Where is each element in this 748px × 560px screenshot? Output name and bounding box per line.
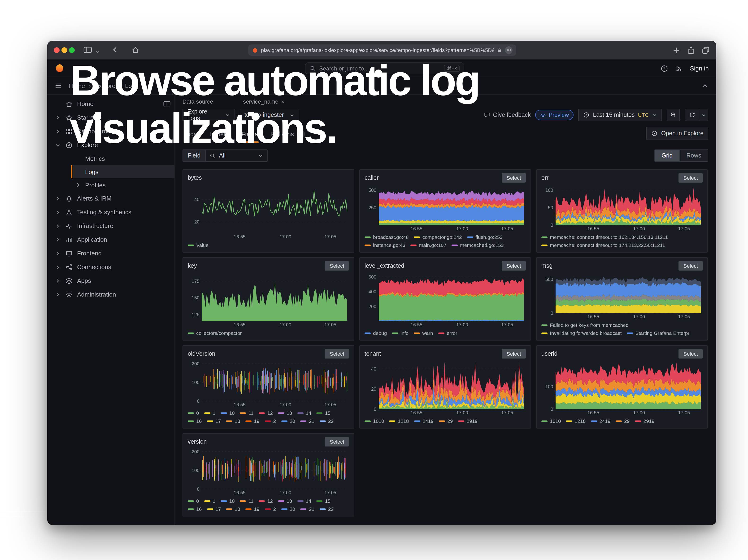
chevron-down-icon[interactable] <box>54 142 61 148</box>
sidebar-item-frontend[interactable]: Frontend <box>47 247 174 260</box>
legend-item[interactable]: 1010 <box>541 418 561 424</box>
legend-item[interactable]: 14 <box>297 410 311 416</box>
legend-item[interactable]: 17 <box>207 418 221 424</box>
more-options-icon[interactable]: ••• <box>505 46 513 54</box>
chevron-right-icon[interactable] <box>54 264 61 270</box>
panel-title[interactable]: msg <box>541 262 553 269</box>
legend-item[interactable]: 15 <box>317 410 330 416</box>
legend-item[interactable]: 2 <box>265 506 276 512</box>
legend-item[interactable]: 13 <box>278 410 292 416</box>
legend-item[interactable]: Failed to get keys from memcached <box>541 322 629 328</box>
panel-title[interactable]: err <box>541 174 549 181</box>
share-icon[interactable] <box>687 46 695 54</box>
panel-title[interactable]: level_extracted <box>365 262 404 269</box>
sidebar-item-logs[interactable]: Logs <box>71 165 174 178</box>
legend-item[interactable]: 16 <box>188 418 202 424</box>
legend-item[interactable]: 20 <box>281 506 295 512</box>
close-window-button[interactable] <box>54 47 60 53</box>
chevron-right-icon[interactable] <box>54 195 61 202</box>
refresh-interval-button[interactable] <box>699 109 708 121</box>
sidebar-item-connections[interactable]: Connections <box>47 260 174 274</box>
legend-item[interactable]: Value <box>188 242 209 248</box>
sign-in-link[interactable]: Sign in <box>690 65 709 72</box>
legend-item[interactable]: compactor.go:242 <box>414 234 462 240</box>
zoom-out-button[interactable] <box>667 109 680 121</box>
legend-item[interactable]: 2919 <box>458 418 478 424</box>
legend-item[interactable]: 10 <box>220 410 235 416</box>
panel-title[interactable]: tenant <box>365 350 381 357</box>
browser-home-icon[interactable] <box>132 46 139 54</box>
address-bar[interactable]: play.grafana.org/a/grafana-lokiexplore-a… <box>248 44 516 56</box>
refresh-button[interactable] <box>685 109 699 121</box>
panel-select-button[interactable]: Select <box>502 173 526 183</box>
hamburger-menu-icon[interactable] <box>54 82 62 89</box>
legend-item[interactable]: 10 <box>220 497 235 504</box>
panel-select-button[interactable]: Select <box>325 437 349 446</box>
legend-item[interactable]: memcache: connect timeout to 174.213.22.… <box>541 242 665 248</box>
legend-item[interactable]: debug <box>365 330 387 336</box>
legend-item[interactable]: 22 <box>320 418 333 424</box>
chevron-right-icon[interactable] <box>54 291 61 298</box>
legend-item[interactable]: 12 <box>259 410 273 416</box>
give-feedback-link[interactable]: Give feedback <box>484 112 531 118</box>
legend-item[interactable]: error <box>438 330 457 336</box>
sidebar-item-metrics[interactable]: Metrics <box>71 152 174 165</box>
legend-item[interactable]: 18 <box>226 418 240 424</box>
legend-item[interactable]: instance.go:43 <box>365 242 405 248</box>
chevron-right-icon[interactable] <box>54 223 61 229</box>
legend-item[interactable]: Starting Grafana Enterpri <box>627 330 691 336</box>
open-in-explore-button[interactable]: Open in Explore <box>647 127 708 140</box>
legend-item[interactable]: 14 <box>297 497 311 504</box>
grid-view-button[interactable]: Grid <box>655 150 679 161</box>
legend-item[interactable]: 13 <box>278 497 292 504</box>
legend-item[interactable]: 18 <box>226 506 240 512</box>
legend-item[interactable]: 2919 <box>635 418 655 424</box>
sidebar-item-administration[interactable]: Administration <box>47 287 174 301</box>
panel-title[interactable]: userid <box>541 350 558 357</box>
chevron-down-icon[interactable] <box>95 48 100 52</box>
panel-select-button[interactable]: Select <box>679 173 703 183</box>
panel-select-button[interactable]: Select <box>679 261 703 271</box>
legend-item[interactable]: 16 <box>188 506 202 512</box>
new-tab-icon[interactable] <box>672 46 680 54</box>
panel-title[interactable]: caller <box>365 174 379 181</box>
legend-item[interactable]: 17 <box>207 506 221 512</box>
legend-item[interactable]: 0 <box>188 410 199 416</box>
legend-item[interactable]: 21 <box>301 418 314 424</box>
legend-item[interactable]: Invalidating forwarded broadcast <box>541 330 622 336</box>
fullscreen-window-button[interactable] <box>69 47 75 53</box>
panel-title[interactable]: version <box>188 439 207 445</box>
legend-item[interactable]: 15 <box>317 497 330 504</box>
chevron-right-icon[interactable] <box>54 209 61 215</box>
minimize-window-button[interactable] <box>62 47 67 53</box>
sidebar-item-infrastructure[interactable]: Infrastructure <box>47 219 174 233</box>
legend-item[interactable]: 11 <box>240 497 254 504</box>
sidebar-item-testing-synthetics[interactable]: Testing & synthetics <box>47 205 174 219</box>
legend-item[interactable]: main.go:107 <box>411 242 447 248</box>
rss-icon[interactable] <box>675 65 683 72</box>
legend-item[interactable]: 12 <box>259 497 273 504</box>
legend-item[interactable]: 1218 <box>389 418 409 424</box>
back-icon[interactable] <box>111 46 119 54</box>
sidebar-item-apps[interactable]: Apps <box>47 274 174 287</box>
legend-item[interactable]: 0 <box>188 497 199 504</box>
legend-item[interactable]: 2419 <box>414 418 434 424</box>
sidebar-item-profiles[interactable]: Profiles <box>71 178 174 191</box>
legend-item[interactable]: 1 <box>204 497 216 504</box>
legend-item[interactable]: 29 <box>439 418 453 424</box>
legend-item[interactable]: 2419 <box>591 418 610 424</box>
chevron-right-icon[interactable] <box>54 277 61 284</box>
legend-item[interactable]: 22 <box>320 506 333 512</box>
legend-item[interactable]: 1010 <box>365 418 384 424</box>
legend-item[interactable]: 11 <box>240 410 254 416</box>
legend-item[interactable]: memcache: connect timeout to 162.134.158… <box>541 234 668 240</box>
panel-title[interactable]: key <box>188 262 197 269</box>
legend-item[interactable]: 1218 <box>566 418 586 424</box>
grafana-logo-icon[interactable] <box>54 63 65 73</box>
legend-item[interactable]: 19 <box>246 418 259 424</box>
panel-select-button[interactable]: Select <box>679 349 703 358</box>
legend-item[interactable]: 21 <box>301 506 314 512</box>
panel-select-button[interactable]: Select <box>325 261 349 271</box>
legend-item[interactable]: 20 <box>281 418 295 424</box>
chevron-right-icon[interactable] <box>54 236 61 243</box>
